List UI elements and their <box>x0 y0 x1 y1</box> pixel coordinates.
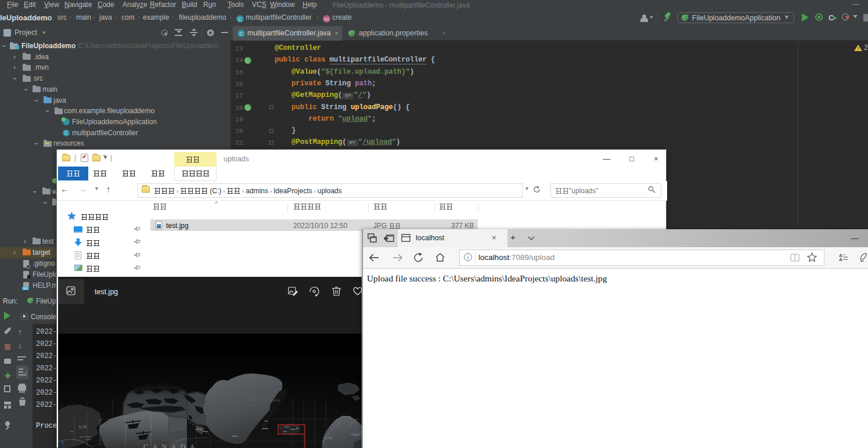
svg-text:NORW: NORW <box>324 437 333 440</box>
svg-text:ARCTIC OCEAN: ARCTIC OCEAN <box>244 399 280 402</box>
svg-text:Greenland: Greenland <box>248 403 267 407</box>
svg-text:U.S.: U.S. <box>79 424 88 429</box>
svg-text:CANADA: CANADA <box>143 443 199 448</box>
svg-text:FINLAN: FINLAN <box>351 433 361 436</box>
